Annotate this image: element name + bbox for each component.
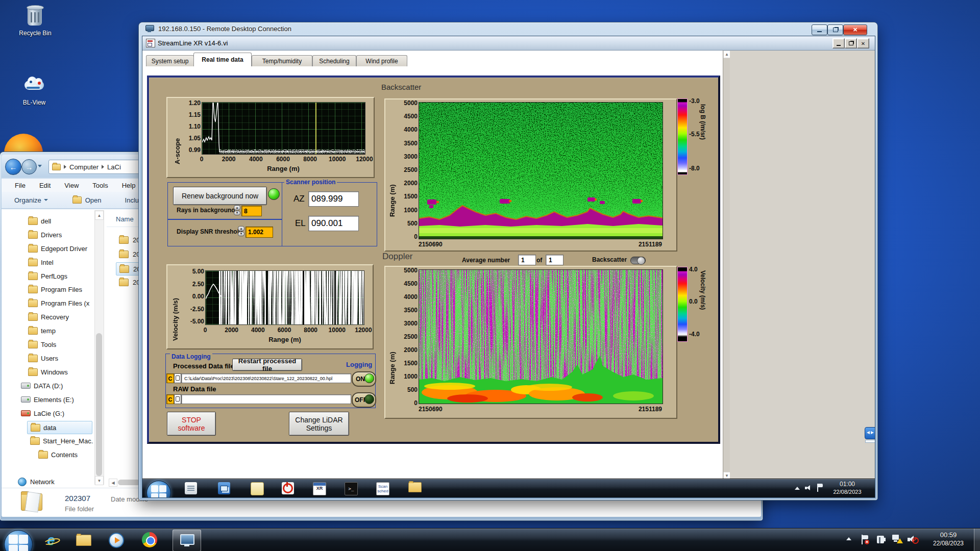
vi-scrollbar[interactable]: ▲ ▼ [723, 51, 730, 479]
tree-item-elements-e[interactable]: Elements (E:) [21, 393, 74, 406]
tree-item-contents[interactable]: Contents [38, 448, 78, 461]
remote-notes-icon[interactable] [251, 482, 264, 495]
remote-scan-sched-icon[interactable]: Scan sched [376, 482, 389, 495]
file-item[interactable]: 20 [119, 276, 140, 288]
change-lidar-settings-button[interactable]: Change LiDAR Settings [289, 412, 349, 436]
scroll-up-icon[interactable]: ▲ [723, 51, 730, 58]
include-in-library-button[interactable]: Inclu [125, 196, 139, 204]
menu-edit[interactable]: Edit [39, 182, 51, 189]
network-icon[interactable] [892, 535, 902, 544]
hscroll-left-icon[interactable]: ◀ [109, 479, 117, 487]
remote-clock[interactable]: 01:00 22/08/2023 [830, 481, 864, 496]
tree-item-intel[interactable]: Intel [28, 256, 54, 268]
teamviewer-icon[interactable] [865, 427, 875, 443]
tree-item-edgeport[interactable]: Edgeport Driver [28, 242, 87, 255]
tree-item-lacie-g[interactable]: LaCie (G:) [21, 407, 64, 419]
hscroll-thumb[interactable] [118, 480, 140, 485]
remote-cmd-icon[interactable]: >_ [345, 482, 358, 495]
internet-explorer-icon[interactable]: e [43, 532, 59, 548]
organize-button[interactable]: Organize [14, 196, 41, 204]
raw-logging-toggle-off[interactable]: OFF [352, 392, 376, 408]
remote-notepad-icon[interactable] [185, 482, 197, 494]
column-header-name[interactable]: Name [116, 215, 134, 223]
snr-spinner[interactable]: ▲▼ [238, 226, 244, 236]
tree-item-data-selected[interactable]: data [27, 421, 92, 434]
raw-data-file-path[interactable] [181, 394, 351, 404]
file-item[interactable]: 20 [119, 248, 140, 260]
explorer-taskbar-icon[interactable] [76, 533, 92, 547]
vi-minimize-button[interactable] [832, 38, 845, 48]
tab-real-time-data[interactable]: Real time data [193, 53, 252, 66]
breadcrumb-lacie[interactable]: LaCi [107, 163, 121, 171]
clock[interactable]: 00:59 22/08/2023 [925, 531, 972, 547]
tree-item-program-files-x86[interactable]: Program Files (x [28, 297, 89, 309]
remote-start-button[interactable] [146, 481, 171, 498]
remote-tray-expand-icon[interactable] [795, 487, 800, 490]
raw-drive-letter[interactable]: C [166, 394, 174, 404]
rdp-close-button[interactable]: ✕ [843, 24, 867, 35]
rays-value-field[interactable]: 8 [241, 206, 262, 216]
tree-item-start-here-mac[interactable]: Start_Here_Mac. [30, 435, 93, 447]
rdp-taskbar-button-active[interactable] [173, 530, 201, 551]
stop-software-button[interactable]: STOP software [167, 412, 216, 436]
processed-logging-toggle-on[interactable]: ON [352, 371, 376, 387]
vi-restore-button[interactable] [845, 38, 857, 48]
restart-processed-file-button[interactable]: Restart processed file [232, 359, 302, 371]
back-button[interactable]: ← [5, 159, 21, 175]
scroll-up-icon[interactable]: ▲ [95, 211, 104, 220]
tray-expand-icon[interactable] [846, 537, 851, 540]
menu-file[interactable]: File [15, 182, 26, 189]
tab-system-setup[interactable]: System setup [146, 55, 194, 66]
tree-item-data-d[interactable]: DATA (D:) [21, 380, 63, 392]
processed-data-file-path[interactable]: C:\Lidar\Data\Proc\2023\202308\20230822\… [181, 373, 351, 383]
breadcrumb-computer[interactable]: Computer [69, 163, 99, 171]
file-item[interactable]: 20 [119, 234, 140, 246]
processed-drive-letter[interactable]: C [166, 373, 174, 383]
backscatter-toggle[interactable] [630, 257, 646, 264]
battery-icon[interactable] [877, 536, 886, 543]
snr-value-field[interactable]: 1.002 [246, 227, 273, 238]
increment-icon[interactable]: ▲ [234, 205, 240, 210]
tab-scheduling[interactable]: Scheduling [312, 55, 356, 66]
raw-browse-icon[interactable] [174, 394, 181, 404]
start-button[interactable] [4, 530, 33, 551]
tree-scrollbar-thumb[interactable] [96, 333, 102, 476]
tree-item-perflogs[interactable]: PerfLogs [28, 270, 67, 282]
tree-scrollbar[interactable]: ▲ ▼ [94, 210, 104, 485]
remote-xr-app-icon[interactable]: XR [313, 482, 326, 495]
remote-shutdown-icon[interactable] [282, 482, 294, 494]
average-number-field[interactable]: 1 [518, 255, 536, 265]
remote-folder-icon[interactable] [408, 482, 422, 493]
rdp-minimize-button[interactable] [812, 24, 827, 35]
tree-item-dell[interactable]: dell [28, 215, 51, 227]
tab-temp-humidity[interactable]: Temp/humidity [252, 55, 312, 66]
menu-view[interactable]: View [64, 182, 79, 189]
menu-help[interactable]: Help [122, 182, 136, 189]
tree-item-windows[interactable]: Windows [28, 366, 68, 378]
volume-muted-icon[interactable] [908, 535, 918, 543]
tree-item-tools[interactable]: Tools [28, 338, 56, 350]
decrement-icon[interactable]: ▼ [234, 211, 240, 216]
remote-volume-icon[interactable] [805, 485, 810, 491]
average-total-field[interactable]: 1 [546, 255, 564, 265]
media-player-icon[interactable] [108, 532, 125, 548]
scroll-down-icon[interactable]: ▼ [95, 476, 104, 485]
nav-history-dropdown-icon[interactable] [38, 165, 42, 167]
tree-item-temp[interactable]: temp [28, 324, 56, 337]
increment-icon[interactable]: ▲ [238, 226, 244, 231]
decrement-icon[interactable]: ▼ [238, 232, 244, 237]
remote-display-icon[interactable] [218, 482, 230, 494]
menu-tools[interactable]: Tools [92, 182, 108, 189]
processed-browse-icon[interactable] [174, 373, 181, 383]
tree-item-program-files[interactable]: Program Files [28, 283, 82, 295]
tree-item-recovery[interactable]: Recovery [28, 311, 69, 323]
chrome-icon[interactable] [142, 532, 157, 547]
remote-flag-icon[interactable] [817, 484, 823, 492]
action-center-flag-icon[interactable]: ✕ [862, 535, 869, 544]
tree-item-drivers[interactable]: Drivers [28, 229, 62, 241]
rdp-restore-button[interactable] [827, 24, 843, 35]
renew-background-button[interactable]: Renew background now [173, 187, 267, 205]
show-desktop-button[interactable] [974, 529, 980, 551]
tab-wind-profile[interactable]: Wind profile [356, 55, 407, 66]
tree-item-users[interactable]: Users [28, 352, 58, 364]
